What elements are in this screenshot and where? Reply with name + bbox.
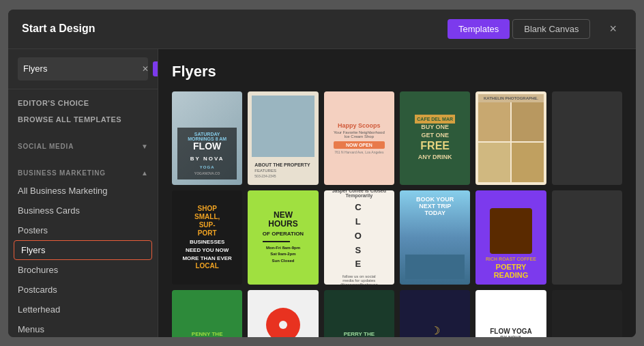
sidebar-item-brochures[interactable]: Brochures (8, 260, 158, 280)
template-card-empty3 (552, 290, 622, 336)
template-card-photo[interactable]: KATHELIN PHOTOGRAPHE. (475, 91, 546, 186)
section-title: Flyers (172, 63, 622, 81)
newhours-label: NEWHOURSOF OPERATION Mon-Fri 8am-9pmSat … (263, 211, 304, 264)
template-card-icecream[interactable]: Happy Scoops Your Favorite NeighborhoodI… (324, 91, 394, 186)
template-card-newhours[interactable]: NEWHOURSOF OPERATION Mon-Fri 8am-9pmSat … (248, 190, 318, 285)
close-label: CLOSE (330, 201, 389, 272)
template-card-trip[interactable]: BOOK YOURNEXT TRIPTODAY (400, 190, 470, 285)
section-social-media-label: SOCIAL MEDIA (18, 143, 74, 150)
section-social-media: SOCIAL MEDIA ▼ (8, 133, 158, 160)
yoga-label: SATURDAY MORNINGS 8 AM FLOWBY NOVA YOGA … (177, 128, 237, 179)
chevron-up-icon: ▲ (141, 169, 148, 177)
template-grid: SATURDAY MORNINGS 8 AM FLOWBY NOVA YOGA … (172, 91, 622, 337)
editors-choice-link[interactable]: EDITOR'S CHOICE (18, 95, 148, 111)
template-card-green[interactable]: PENNY THECommunity (172, 290, 242, 336)
sidebar-item-flyers[interactable]: Flyers (14, 240, 152, 260)
sidebar-item-postcards[interactable]: Postcards (8, 280, 158, 300)
modal-header: Start a Design Templates Blank Canvas × (8, 10, 636, 49)
search-box: ✕ 🔍 (18, 57, 148, 81)
main-content: Flyers SATURDAY MORNINGS 8 AM FLOWBY NOV… (158, 49, 636, 337)
template-card-flowyoga[interactable]: FLOW YOGA BY NOVA SATURDAY MORNINGS (475, 290, 546, 336)
poetry-label: RICH ROAST COFFEE POETRYREADING (486, 257, 536, 279)
chevron-down-icon: ▼ (141, 143, 148, 150)
section-business-marketing-header[interactable]: BUSINESS MARKETING ▲ (8, 165, 158, 181)
sidebar-item-posters[interactable]: Posters (8, 220, 158, 240)
search-clear-icon[interactable]: ✕ (142, 64, 149, 74)
modal: Start a Design Templates Blank Canvas × … (8, 10, 636, 337)
section-social-media-header[interactable]: SOCIAL MEDIA ▼ (8, 139, 158, 154)
flowyoga-label: FLOW YOGA BY NOVA SATURDAY MORNINGS (488, 328, 534, 337)
template-card-moon[interactable]: ☽ FULL MOONDANCE PARTY (400, 290, 470, 336)
shop-label: SHOPSMALL,SUP-PORTBUSINESSESNEED YOU NOW… (182, 205, 231, 270)
section-business-marketing: BUSINESS MARKETING ▲ All Business Market… (8, 160, 158, 337)
tab-templates[interactable]: Templates (448, 19, 510, 39)
cafe-label: BUY ONEGET ONEFREEANY DRINK (418, 124, 452, 162)
template-card-yoga[interactable]: SATURDAY MORNINGS 8 AM FLOWBY NOVA YOGA … (172, 91, 242, 186)
template-card-empty2 (552, 190, 622, 285)
sidebar-item-all-business-marketing[interactable]: All Business Marketing (8, 181, 158, 201)
search-input[interactable] (23, 63, 138, 74)
modal-body: ✕ 🔍 EDITOR'S CHOICE BROWSE ALL TEMPLATES… (8, 49, 636, 337)
community-label: PERRY THECommunity (338, 326, 380, 337)
sidebar-item-menus[interactable]: Menus (8, 319, 158, 337)
template-card-community[interactable]: PERRY THECommunity (324, 290, 394, 336)
search-button[interactable]: 🔍 (153, 61, 158, 76)
trip-label: BOOK YOURNEXT TRIPTODAY (416, 196, 454, 216)
template-card-property[interactable]: ABOUT THE PROPERTY FEATURES 503-234-2345 (248, 91, 318, 186)
section-business-marketing-label: BUSINESS MARKETING (18, 169, 106, 177)
close-button[interactable]: × (604, 19, 622, 39)
browse-all-link[interactable]: BROWSE ALL TEMPLATES (18, 111, 148, 128)
sidebar: ✕ 🔍 EDITOR'S CHOICE BROWSE ALL TEMPLATES… (8, 49, 158, 337)
sidebar-quick-links: EDITOR'S CHOICE BROWSE ALL TEMPLATES (8, 89, 158, 133)
template-card-vinyl[interactable]: 25%Off Vinyl (248, 290, 318, 336)
template-card-shop[interactable]: SHOPSMALL,SUP-PORTBUSINESSESNEED YOU NOW… (172, 190, 242, 285)
sidebar-item-business-cards[interactable]: Business Cards (8, 201, 158, 220)
sidebar-item-letterhead[interactable]: Letterhead (8, 300, 158, 319)
modal-title: Start a Design (22, 23, 448, 35)
tab-group: Templates Blank Canvas (448, 19, 590, 39)
template-card-close[interactable]: Jasper Coffee is Closed Temporarily CLOS… (324, 190, 394, 285)
green-label: PENNY THECommunity (192, 331, 223, 337)
template-card-poetry[interactable]: RICH ROAST COFFEE POETRYREADING (475, 190, 546, 285)
icecream-label: Happy Scoops Your Favorite NeighborhoodI… (328, 117, 390, 160)
search-area: ✕ 🔍 (8, 49, 158, 89)
template-card-cafe[interactable]: CAFE DEL MAR BUY ONEGET ONEFREEANY DRINK (400, 91, 470, 186)
template-card-empty1 (552, 91, 622, 186)
photo-grid (478, 102, 543, 183)
tab-blank-canvas[interactable]: Blank Canvas (512, 19, 590, 39)
